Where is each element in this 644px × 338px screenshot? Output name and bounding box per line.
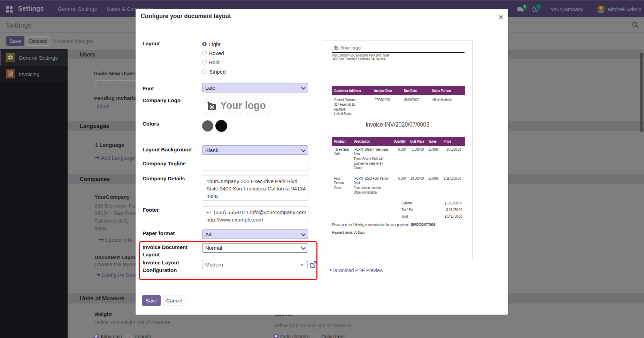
- svg-text:$: $: [10, 73, 11, 76]
